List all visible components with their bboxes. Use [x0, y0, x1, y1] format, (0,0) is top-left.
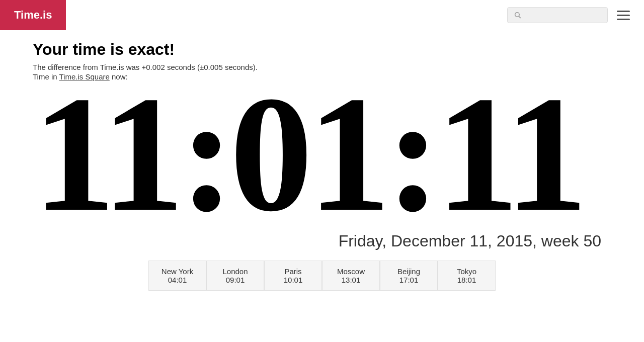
city-time: 13:01	[333, 276, 369, 284]
city-name: New York	[159, 267, 196, 276]
city-card[interactable]: Moscow13:01	[322, 261, 380, 291]
svg-point-0	[515, 13, 520, 17]
header-right	[507, 7, 644, 24]
city-card[interactable]: New York04:01	[148, 261, 206, 291]
city-card[interactable]: Paris10:01	[264, 261, 322, 291]
city-time: 18:01	[448, 276, 485, 284]
city-name: Paris	[275, 267, 311, 276]
city-name: Tokyo	[448, 267, 485, 276]
search-input[interactable]	[525, 11, 601, 19]
hamburger-line-1	[617, 11, 630, 12]
hamburger-line-3	[617, 19, 630, 20]
search-box	[507, 7, 608, 23]
city-name: London	[217, 267, 254, 276]
hamburger-menu-button[interactable]	[613, 7, 634, 24]
world-clocks: New York04:01London09:01Paris10:01Moscow…	[33, 261, 611, 291]
city-name: Beijing	[390, 267, 427, 276]
exact-title: Your time is exact!	[33, 40, 611, 59]
logo[interactable]: Time.is	[0, 0, 66, 30]
city-card[interactable]: Beijing17:01	[380, 261, 438, 291]
hamburger-line-2	[617, 15, 630, 16]
city-name: Moscow	[333, 267, 369, 276]
city-time: 10:01	[275, 276, 311, 284]
city-card[interactable]: Tokyo18:01	[438, 261, 496, 291]
city-card[interactable]: London09:01	[206, 261, 264, 291]
city-time: 17:01	[390, 276, 427, 284]
header: Time.is	[0, 0, 644, 30]
city-time: 04:01	[159, 276, 196, 284]
clock-display: 11:01:11	[33, 71, 611, 237]
city-time: 09:01	[217, 276, 254, 284]
main-content: Your time is exact! The difference from …	[0, 30, 644, 291]
search-icon	[514, 11, 522, 20]
svg-line-1	[519, 16, 521, 18]
